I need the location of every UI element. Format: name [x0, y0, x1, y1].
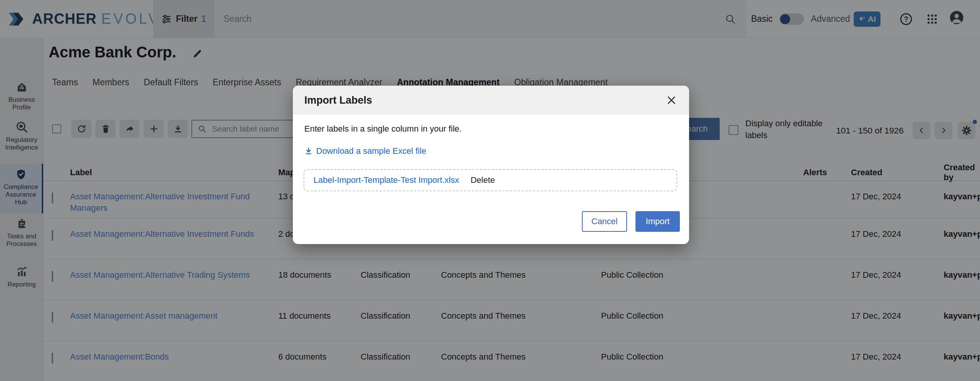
dialog-instruction: Enter labels in a single column in your …: [304, 124, 462, 134]
uploaded-file-link[interactable]: Label-Import-Template-Test Import.xlsx: [314, 175, 459, 185]
uploaded-file-dropzone: Label-Import-Template-Test Import.xlsx D…: [304, 169, 677, 191]
download-sample-link-label: Download a sample Excel file: [316, 146, 426, 156]
cancel-button[interactable]: Cancel: [582, 211, 627, 232]
close-dialog-button[interactable]: [665, 94, 678, 106]
close-icon: [666, 95, 677, 106]
delete-file-button[interactable]: Delete: [470, 175, 495, 185]
import-labels-dialog: Import Labels Enter labels in a single c…: [293, 86, 689, 244]
import-button[interactable]: Import: [635, 211, 680, 232]
download-sample-link[interactable]: Download a sample Excel file: [304, 146, 426, 156]
dialog-title: Import Labels: [304, 94, 372, 106]
dialog-header: Import Labels: [293, 86, 689, 115]
download-icon: [304, 147, 313, 155]
